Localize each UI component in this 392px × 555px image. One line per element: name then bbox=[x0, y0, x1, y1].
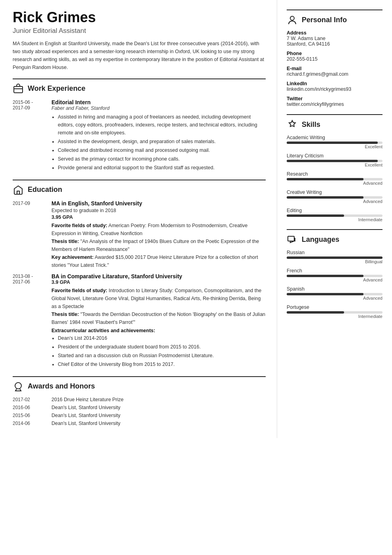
award-title-3: Dean's List, Stanford University bbox=[51, 413, 120, 418]
lang-bar-3 bbox=[287, 293, 363, 295]
skill-creative-writing: Creative Writing Advanced bbox=[287, 189, 382, 204]
email-value: richard.f.grimes@gmail.com bbox=[287, 71, 382, 77]
skill-literary-criticism: Literary Criticism Excellent bbox=[287, 153, 382, 167]
skill-bar-2 bbox=[287, 160, 378, 162]
lang-name-1: Russian bbox=[287, 250, 382, 255]
lang-level-1: Billingual bbox=[287, 259, 382, 264]
degree-1: MA in English, Stanford University bbox=[51, 200, 266, 207]
personal-address: Address 7 W. Adams LaneStanford, CA 9411… bbox=[287, 30, 382, 47]
education-section-header: Education bbox=[13, 180, 266, 195]
skill-bar-container-1 bbox=[287, 142, 382, 144]
svg-rect-4 bbox=[288, 236, 294, 241]
skill-level-2: Excellent bbox=[287, 163, 382, 167]
award-date-3: 2015-06 bbox=[13, 413, 44, 418]
lang-level-3: Advanced bbox=[287, 296, 382, 300]
lang-bar-1 bbox=[287, 256, 382, 259]
bullet-2: Assisted in the development, design, and… bbox=[58, 138, 266, 145]
extracurricular-bullet-1: Dean's List 2014-2016 bbox=[58, 334, 266, 342]
skills-items: Academic Writing Excellent Literary Crit… bbox=[287, 135, 382, 222]
candidate-name: Rick Grimes bbox=[13, 10, 266, 25]
lang-bar-4 bbox=[287, 311, 344, 314]
key-achievement-1: Key achievement: Awarded $15,000 2017 Dr… bbox=[51, 253, 266, 269]
lang-level-4: Intermediate bbox=[287, 314, 382, 319]
skills-icon bbox=[287, 119, 298, 130]
thesis-value-1: "An Analysis of the Impact of 1940s Blue… bbox=[51, 239, 259, 252]
personal-info-header: Personal Info bbox=[287, 10, 382, 25]
gpa-2: 3.9 GPA bbox=[51, 279, 266, 285]
fav-fields-label-2: Favorite fields of study: bbox=[51, 288, 107, 293]
award-date-1: 2017-02 bbox=[13, 397, 44, 402]
work-entry-1: 2015-06 -2017-09 Editorial Intern Faber … bbox=[13, 99, 266, 172]
degree-2: BA in Comparative Litarature, Stanford U… bbox=[51, 273, 266, 279]
skill-name-4: Creative Writing bbox=[287, 189, 382, 195]
awards-entries: 2017-02 2016 Drue Heinz Literature Prize… bbox=[13, 397, 266, 426]
svg-point-3 bbox=[290, 16, 294, 20]
lang-bar-2 bbox=[287, 275, 363, 277]
education-title: Education bbox=[28, 186, 62, 194]
skill-editing: Editing Intermediate bbox=[287, 208, 382, 222]
skill-level-3: Advanced bbox=[287, 181, 382, 186]
work-icon bbox=[13, 83, 24, 94]
award-entry-2: 2016-06 Dean's List, Stanford University bbox=[13, 405, 266, 410]
skill-bar-3 bbox=[287, 178, 363, 180]
edu-entry-2: 2013-08 -2017-06 BA in Comparative Litar… bbox=[13, 273, 266, 369]
twitter-label: Twitter bbox=[287, 96, 382, 101]
personal-info-title: Personal Info bbox=[302, 16, 347, 24]
languages-items: Russian Billingual French Advanced Spani… bbox=[287, 250, 382, 319]
skills-header: Skills bbox=[287, 114, 382, 130]
languages-title: Languages bbox=[302, 235, 339, 244]
extracurricular-bullet-2: President of the undergraduate student b… bbox=[58, 343, 266, 351]
bullet-4: Served as the primary contact for incomi… bbox=[58, 155, 266, 163]
lang-portugese: Portugese Intermediate bbox=[287, 304, 382, 319]
edu-entry-1-content: MA in English, Stanford University Expec… bbox=[51, 200, 266, 269]
work-entries: 2015-06 -2017-09 Editorial Intern Faber … bbox=[13, 99, 266, 172]
lang-bar-container-2 bbox=[287, 275, 382, 277]
personal-linkedin: LinkedIn linkedin.com/in/rickygrimes93 bbox=[287, 81, 382, 92]
skill-academic-writing: Academic Writing Excellent bbox=[287, 135, 382, 149]
candidate-subtitle: Junior Editorial Assistant bbox=[13, 27, 266, 35]
thesis-label-2: Thesis title: bbox=[51, 312, 79, 317]
languages-header: Languages bbox=[287, 229, 382, 245]
skill-level-5: Intermediate bbox=[287, 217, 382, 222]
gpa-1: 3.95 GPA bbox=[51, 214, 266, 220]
personal-info-items: Address 7 W. Adams LaneStanford, CA 9411… bbox=[287, 30, 382, 107]
expected-1: Expected to graduate in 2018 bbox=[51, 207, 266, 214]
header: Rick Grimes Junior Editorial Assistant M… bbox=[13, 10, 266, 71]
twitter-value: twitter.com/rickyfillygrimes bbox=[287, 101, 382, 107]
fav-fields-1: Favorite fields of study: American Poetr… bbox=[51, 222, 266, 237]
lang-french: French Advanced bbox=[287, 268, 382, 282]
fav-fields-label-1: Favorite fields of study: bbox=[51, 223, 107, 228]
award-entry-1: 2017-02 2016 Drue Heinz Literature Prize bbox=[13, 397, 266, 402]
extracurricular-bullets: Dean's List 2014-2016 President of the u… bbox=[51, 334, 266, 368]
edu-entry-2-date: 2013-08 -2017-06 bbox=[13, 273, 44, 369]
awards-icon bbox=[13, 381, 24, 392]
extracurricular-bullet-3: Started and ran a discussion club on Rus… bbox=[58, 352, 266, 360]
email-label: E-mail bbox=[287, 66, 382, 71]
lang-name-2: French bbox=[287, 268, 382, 274]
education-icon bbox=[13, 184, 24, 195]
lang-spanish: Spanish Advanced bbox=[287, 286, 382, 300]
linkedin-label: LinkedIn bbox=[287, 81, 382, 86]
skill-bar-5 bbox=[287, 214, 344, 217]
skill-bar-container-5 bbox=[287, 214, 382, 217]
work-entry-1-content: Editorial Intern Faber and Faber, Stanfo… bbox=[51, 99, 266, 172]
award-entry-4: 2014-06 Dean's List, Stanford University bbox=[13, 421, 266, 426]
award-title-1: 2016 Drue Heinz Literature Prize bbox=[51, 397, 124, 402]
thesis-value-2: "Towards the Derridian Decostruction of … bbox=[51, 312, 265, 325]
skill-bar-1 bbox=[287, 142, 378, 144]
edu-entry-1-date: 2017-09 bbox=[13, 200, 44, 269]
skill-bar-4 bbox=[287, 196, 363, 199]
thesis-2: Thesis title: "Towards the Derridian Dec… bbox=[51, 310, 266, 326]
bullet-3: Collected and distributed incoming mail … bbox=[58, 146, 266, 154]
lang-bar-container-1 bbox=[287, 256, 382, 259]
thesis-label-1: Thesis title: bbox=[51, 239, 79, 244]
skill-level-1: Excellent bbox=[287, 144, 382, 149]
edu-entry-2-content: BA in Comparative Litarature, Stanford U… bbox=[51, 273, 266, 369]
languages-icon bbox=[287, 234, 298, 245]
skill-name-1: Academic Writing bbox=[287, 135, 382, 140]
company-1: Faber and Faber, Stanford bbox=[51, 105, 266, 111]
personal-phone: Phone 202-555-0115 bbox=[287, 51, 382, 62]
skill-name-3: Research bbox=[287, 171, 382, 177]
edu-entry-1: 2017-09 MA in English, Stanford Universi… bbox=[13, 200, 266, 269]
address-label: Address bbox=[287, 30, 382, 36]
